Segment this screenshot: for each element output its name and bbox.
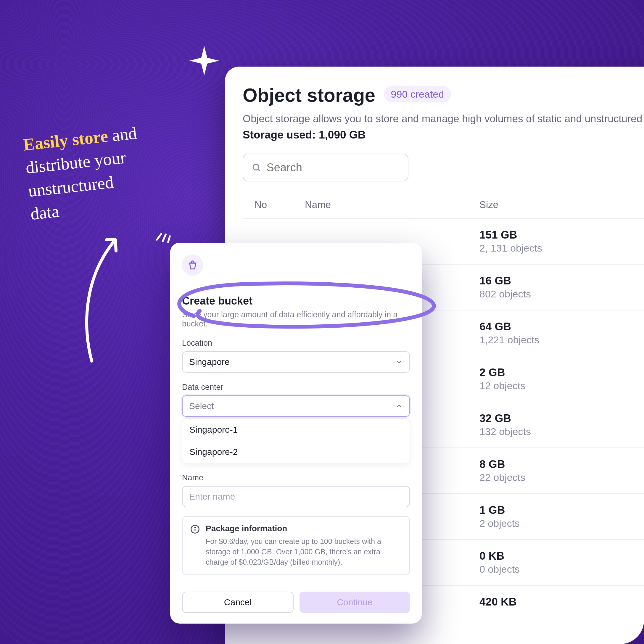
name-label: Name: [182, 473, 410, 482]
col-no: No: [255, 199, 305, 210]
created-count-badge: 990 created: [384, 86, 451, 102]
chevron-up-icon: [395, 402, 403, 410]
svg-point-3: [253, 164, 259, 170]
datacenter-option[interactable]: Singapore-2: [182, 441, 410, 463]
storage-used: Storage used: 1,090 GB: [243, 129, 644, 141]
accent-marks-icon: [154, 228, 172, 246]
svg-line-4: [258, 169, 260, 171]
modal-title: Create bucket: [182, 295, 410, 307]
svg-point-7: [195, 527, 195, 528]
create-bucket-modal: Create bucket Store your large amount of…: [170, 243, 422, 624]
search-input[interactable]: [243, 154, 408, 181]
datacenter-label: Data center: [182, 383, 410, 392]
location-label: Location: [182, 339, 410, 348]
bucket-icon: [182, 255, 203, 276]
svg-line-2: [168, 236, 170, 242]
chevron-down-icon: [395, 358, 403, 366]
search-field[interactable]: [266, 161, 400, 174]
page-title: Object storage: [243, 84, 375, 106]
search-icon: [252, 162, 261, 173]
arrow-icon: [80, 228, 130, 364]
location-select[interactable]: Singapore: [182, 351, 410, 373]
datacenter-dropdown: Singapore-1 Singapore-2: [182, 418, 410, 463]
svg-line-0: [157, 234, 161, 240]
sparkle-icon: [189, 46, 219, 75]
datacenter-select[interactable]: Select: [182, 395, 410, 417]
continue-button[interactable]: Continue: [300, 592, 410, 613]
modal-subtitle: Store your large amount of data efficien…: [182, 310, 410, 329]
col-name: Name: [305, 199, 479, 210]
page-description: Object storage allows you to store and m…: [243, 113, 644, 125]
svg-line-1: [163, 234, 166, 241]
cancel-button[interactable]: Cancel: [182, 592, 294, 613]
package-info: Package information For $0.6/day, you ca…: [182, 516, 410, 575]
info-icon: [190, 524, 200, 534]
col-size: Size: [479, 199, 639, 210]
name-input[interactable]: Enter name: [182, 486, 410, 507]
datacenter-option[interactable]: Singapore-1: [182, 419, 410, 441]
hero-handwriting: Easily store and distribute your unstruc…: [22, 122, 145, 226]
